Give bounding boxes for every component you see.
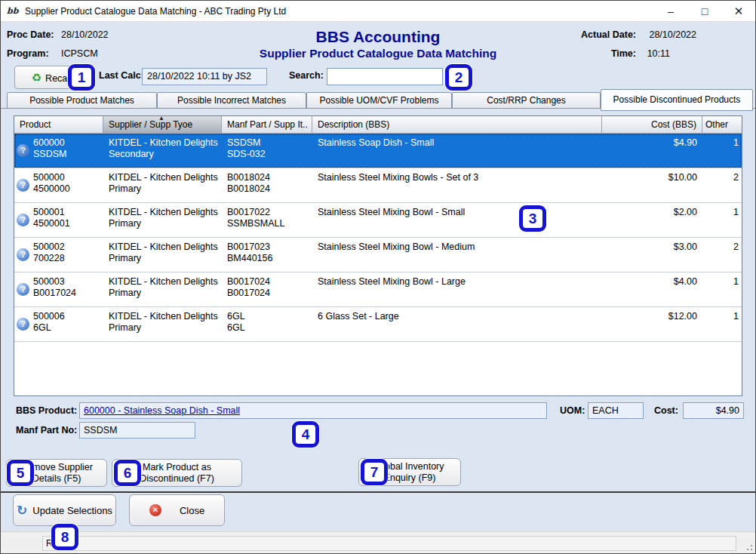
tab-possible-discontinued-products[interactable]: Possible Discontinued Products <box>601 89 753 111</box>
minimize-button[interactable]: – <box>654 1 687 22</box>
section-divider <box>1 491 755 493</box>
search-input[interactable] <box>327 68 443 85</box>
cost-field: $4.90 <box>683 402 744 419</box>
annotation-badge-1: 1 <box>68 64 95 91</box>
status-bar: Ready <box>1 531 755 553</box>
time-value: 10:11 <box>647 48 670 59</box>
sort-asc-icon: ▲ <box>158 115 164 122</box>
last-calc-label: Last Calc: <box>99 70 144 81</box>
column-header-manf-part[interactable]: Manf Part / Supp It.. <box>222 116 312 134</box>
cost-label: Cost: <box>654 405 678 416</box>
close-window-button[interactable]: ✕ <box>722 1 755 22</box>
close-circle-icon: ✕ <box>149 504 161 516</box>
table-row[interactable]: ? 500003B0017024 KITDEL - Kitchen Deligh… <box>14 272 742 307</box>
question-icon: ? <box>17 179 29 192</box>
column-header-cost[interactable]: Cost (BBS) <box>602 116 702 134</box>
question-icon: ? <box>17 214 29 226</box>
table-row[interactable]: ? 600000SSDSM KITDEL - Kitchen DelightsS… <box>14 134 742 168</box>
resize-grip[interactable] <box>745 543 753 551</box>
tab-cost-rrp-changes[interactable]: Cost/RRP Changes <box>452 92 601 109</box>
question-icon: ? <box>17 248 29 261</box>
table-row[interactable]: ? 500002700228 KITDEL - Kitchen Delights… <box>14 238 742 272</box>
tab-possible-product-matches[interactable]: Possible Product Matches <box>7 92 157 109</box>
page-title: Supplier Product Catalogue Data Matching <box>1 47 755 60</box>
column-header-product[interactable]: Product <box>14 116 103 134</box>
title-bar: bb Supplier Product Catalogue Data Match… <box>1 1 755 22</box>
uom-field: EACH <box>588 402 644 419</box>
annotation-badge-2: 2 <box>445 64 472 91</box>
annotation-badge-8: 8 <box>51 524 78 550</box>
update-arrows-icon: ↻ <box>17 503 27 519</box>
close-button-label: Close <box>180 505 204 516</box>
bbs-logo-icon: bb <box>7 5 20 18</box>
question-icon: ? <box>17 144 29 157</box>
table-row[interactable]: ? 5000004500000 KITDEL - Kitchen Delight… <box>14 168 742 203</box>
question-icon: ? <box>17 283 29 296</box>
table-row[interactable]: ? 5000066GL KITDEL - Kitchen DelightsPri… <box>14 307 742 342</box>
uom-label: UOM: <box>560 405 585 416</box>
annotation-badge-6: 6 <box>114 460 141 486</box>
bbs-product-label: BBS Product: <box>16 405 77 416</box>
update-selections-button[interactable]: ↻Update Selections <box>13 494 116 526</box>
recycle-icon: ♻ <box>32 71 41 84</box>
bbs-product-field: 600000 - Stainless Soap Dish - Small <box>79 402 547 419</box>
status-text: Ready <box>42 536 736 551</box>
time-label: Time: <box>611 48 636 59</box>
manf-part-no-label: Manf Part No: <box>16 425 77 436</box>
actual-date-label: Actual Date: <box>581 29 636 40</box>
annotation-badge-7: 7 <box>361 459 388 485</box>
app-title: BBS Accounting <box>1 28 755 46</box>
column-header-description[interactable]: Description (BBS) <box>312 116 602 134</box>
annotation-badge-5: 5 <box>7 460 34 486</box>
actual-date-value: 28/10/2022 <box>649 29 696 40</box>
search-label: Search: <box>289 70 324 81</box>
column-header-supplier[interactable]: ▲Supplier / Supp Tyoe <box>103 116 222 134</box>
maximize-button[interactable]: □ <box>688 1 721 22</box>
manf-part-no-field: SSDSM <box>79 422 195 439</box>
question-icon: ? <box>17 318 29 331</box>
tab-possible-incorrect-matches[interactable]: Possible Incorrect Matches <box>157 92 306 109</box>
update-selections-label: Update Selections <box>32 505 112 516</box>
annotation-badge-4: 4 <box>292 421 319 448</box>
results-table: Product ▲Supplier / Supp Tyoe Manf Part … <box>14 115 742 396</box>
bbs-product-link[interactable]: 600000 - Stainless Soap Dish - Small <box>84 405 240 416</box>
tab-possible-uom-cvf-problems[interactable]: Possible UOM/CVF Problems <box>306 92 452 109</box>
column-header-other[interactable]: Other S... <box>702 116 742 134</box>
annotation-badge-3: 3 <box>519 205 546 232</box>
window-title: Supplier Product Catalogue Data Matching… <box>25 6 286 17</box>
app-window: bb Supplier Product Catalogue Data Match… <box>0 0 756 554</box>
table-row[interactable]: ? 5000014500001 KITDEL - Kitchen Delight… <box>14 203 742 238</box>
last-calc-value: 28/10/2022 10:11 by JS2 <box>142 68 267 85</box>
close-button[interactable]: ✕Close <box>129 494 225 526</box>
